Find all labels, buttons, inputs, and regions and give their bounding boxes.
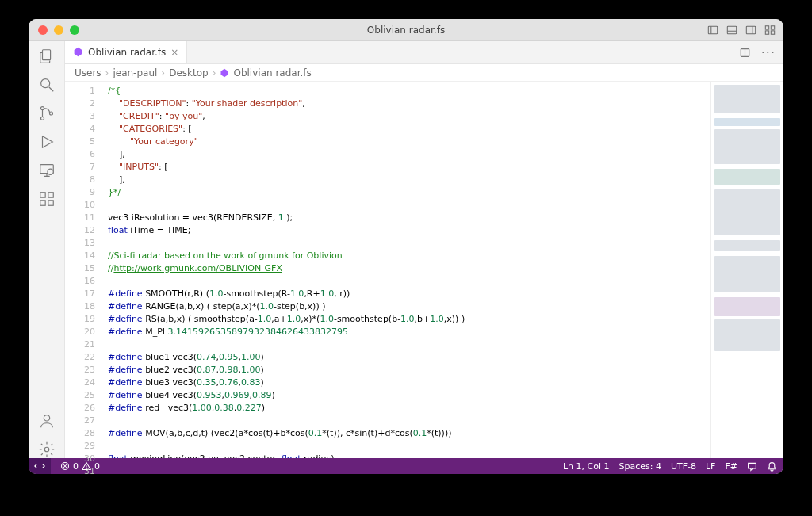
language-mode[interactable]: F# (725, 461, 737, 472)
code-line[interactable]: float iTime = TIME; (108, 224, 710, 237)
code-line[interactable] (108, 440, 710, 453)
breadcrumbs[interactable]: Users› jean-paul› Desktop› Oblivian rada… (65, 64, 783, 82)
breadcrumb-segment[interactable]: Oblivian radar.fs (233, 67, 311, 78)
customize-layout-icon[interactable] (764, 25, 776, 36)
svg-point-20 (47, 169, 52, 174)
file-glsl-icon (220, 68, 229, 78)
run-debug-icon[interactable] (38, 133, 56, 151)
svg-rect-7 (771, 25, 774, 29)
svg-rect-8 (765, 30, 768, 33)
code-line[interactable]: "INPUTS": [ (108, 161, 710, 174)
svg-marker-27 (75, 48, 82, 56)
svg-point-14 (40, 117, 44, 120)
breadcrumb-segment[interactable]: jean-paul (113, 67, 157, 78)
source-control-icon[interactable] (38, 105, 56, 122)
chevron-right-icon: › (213, 67, 216, 78)
code-line[interactable]: #define blue2 vec3(0.87,0.98,1.00) (108, 364, 710, 376)
code-line[interactable]: //Sci-fi radar based on the work of gmun… (108, 250, 710, 262)
minimize-window-icon[interactable] (54, 25, 63, 35)
feedback-icon[interactable] (747, 461, 757, 472)
code-line[interactable]: "CATEGORIES": [ (108, 123, 710, 136)
encoding-status[interactable]: UTF-8 (671, 461, 696, 472)
code-line[interactable]: "CREDIT": "by you", (108, 110, 710, 123)
editor-body: Oblivian radar.fs × ··· Users› jean-paul… (29, 41, 783, 458)
line-number-gutter: 1234567891011121314151617181920212223242… (65, 82, 103, 458)
code-line[interactable]: #define red vec3(1.00,0.38,0.227) (108, 402, 710, 415)
code-line[interactable]: #define blue4 vec3(0.953,0.969,0.89) (108, 389, 710, 402)
window-title: Oblivian radar.fs (29, 19, 783, 40)
remote-icon (34, 461, 45, 472)
code-line[interactable] (108, 275, 710, 288)
titlebar-layout-controls (707, 25, 776, 36)
titlebar: Oblivian radar.fs (29, 19, 783, 41)
minimap[interactable] (710, 82, 783, 458)
status-bar: 0 0 Ln 1, Col 1 Spaces: 4 UTF-8 LF F# (29, 458, 783, 474)
code-line[interactable]: #define blue3 vec3(0.35,0.76,0.83) (108, 376, 710, 389)
svg-rect-23 (48, 201, 52, 205)
split-editor-icon[interactable] (740, 48, 750, 58)
svg-point-26 (44, 447, 49, 452)
code-area[interactable]: /*{ "DESCRIPTION": "Your shader descript… (103, 82, 710, 458)
code-line[interactable] (108, 338, 710, 351)
svg-marker-16 (42, 136, 52, 148)
settings-gear-icon[interactable] (38, 441, 56, 458)
remote-explorer-icon[interactable] (38, 162, 56, 179)
layout-sidebar-left-icon[interactable] (707, 25, 718, 36)
code-line[interactable]: /*{ (108, 85, 710, 97)
file-glsl-icon (73, 47, 83, 57)
svg-rect-10 (42, 50, 50, 60)
svg-rect-2 (727, 26, 736, 34)
code-editor[interactable]: 1234567891011121314151617181920212223242… (65, 82, 783, 458)
svg-point-11 (40, 79, 49, 88)
warning-count: 0 (94, 461, 100, 472)
code-line[interactable] (108, 237, 710, 250)
svg-rect-4 (746, 26, 755, 34)
breadcrumb-segment[interactable]: Users (75, 67, 102, 78)
activity-bar (29, 41, 65, 458)
code-line[interactable]: "DESCRIPTION": "Your shader description"… (108, 97, 710, 110)
layout-sidebar-right-icon[interactable] (745, 25, 756, 36)
code-line[interactable]: #define RS(a,b,x) ( smoothstep(a-1.0,a+1… (108, 313, 710, 326)
code-line[interactable]: #define M_PI 3.1415926535897932384626433… (108, 326, 710, 338)
layout-panel-icon[interactable] (726, 25, 737, 36)
code-line[interactable]: }*/ (108, 186, 710, 199)
accounts-icon[interactable] (38, 412, 56, 430)
editor-tabs: Oblivian radar.fs × ··· (65, 41, 783, 64)
editor-main: Oblivian radar.fs × ··· Users› jean-paul… (65, 41, 783, 458)
svg-rect-6 (765, 25, 768, 29)
search-icon[interactable] (38, 76, 56, 94)
eol-status[interactable]: LF (706, 461, 715, 472)
indentation-status[interactable]: Spaces: 4 (619, 461, 661, 472)
code-line[interactable]: float movingLine(vec2 uv, vec2 center, f… (108, 453, 710, 458)
svg-rect-24 (48, 193, 52, 197)
code-line[interactable]: #define MOV(a,b,c,d,t) (vec2(a*cos(t)+b*… (108, 427, 710, 440)
code-line[interactable]: ], (108, 148, 710, 161)
code-line[interactable]: ], (108, 174, 710, 186)
zoom-window-icon[interactable] (70, 25, 79, 35)
chevron-right-icon: › (161, 67, 165, 78)
breadcrumb-segment[interactable]: Desktop (169, 67, 209, 78)
code-line[interactable]: #define RANGE(a,b,x) ( step(a,x)*(1.0-st… (108, 300, 710, 313)
more-icon[interactable]: ··· (761, 45, 776, 60)
window-root: Oblivian radar.fs Ob (29, 19, 783, 474)
svg-rect-0 (708, 26, 717, 34)
bell-icon[interactable] (767, 461, 777, 472)
traffic-lights (29, 25, 79, 35)
code-line[interactable]: #define SMOOTH(r,R) (1.0-smoothstep(R-1.… (108, 288, 710, 300)
files-icon[interactable] (38, 48, 56, 65)
code-line[interactable]: "Your category" (108, 136, 710, 148)
svg-rect-21 (40, 193, 44, 197)
remote-indicator[interactable] (29, 458, 51, 474)
cursor-position[interactable]: Ln 1, Col 1 (563, 461, 610, 472)
close-window-icon[interactable] (38, 25, 48, 35)
svg-point-25 (44, 415, 49, 421)
tab-oblivian-radar[interactable]: Oblivian radar.fs × (65, 41, 187, 63)
code-line[interactable]: #define blue1 vec3(0.74,0.95,1.00) (108, 351, 710, 364)
code-line[interactable] (108, 199, 710, 212)
extensions-icon[interactable] (38, 190, 56, 208)
code-line[interactable]: vec3 iResolution = vec3(RENDERSIZE, 1.); (108, 212, 710, 224)
svg-rect-9 (771, 30, 774, 33)
close-tab-icon[interactable]: × (170, 47, 178, 58)
code-line[interactable]: //http://work.gmunk.com/OBLIVION-GFX (108, 262, 710, 275)
code-line[interactable] (108, 415, 710, 427)
